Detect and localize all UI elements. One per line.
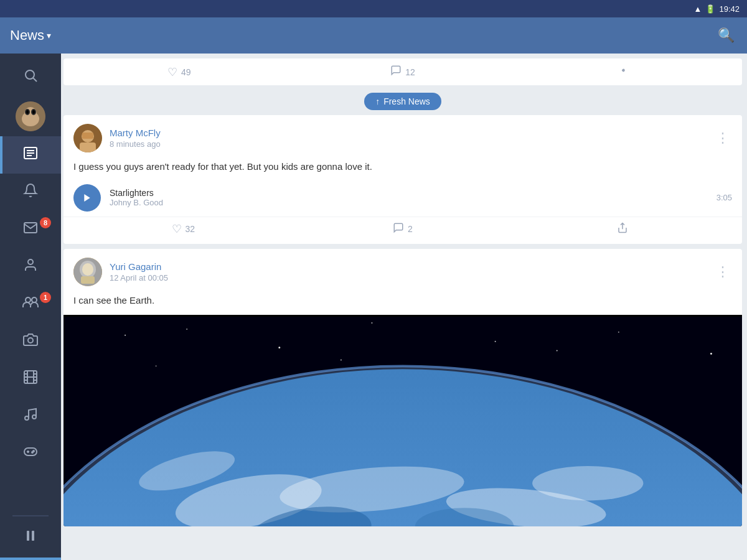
mail-icon [23,220,38,239]
fresh-news-wrapper: ↑ Fresh News [63,90,742,115]
svg-point-63 [532,466,643,500]
sidebar-item-photos[interactable] [0,323,61,360]
svg-point-50 [618,332,619,333]
svg-point-15 [32,297,37,302]
partial-like-action[interactable]: ♡ 49 [73,65,284,79]
search-icon [23,68,38,86]
partial-comments-count: 12 [405,67,415,77]
audio-info: Starlighters Johny B. Good [110,188,708,207]
svg-rect-29 [24,448,37,455]
marty-comments: 2 [408,224,413,234]
svg-point-52 [156,365,157,366]
marty-author[interactable]: Marty McFly [110,128,706,138]
svg-point-0 [26,70,34,79]
sidebar-item-search[interactable] [0,58,61,96]
content-area[interactable]: ♡ 49 12 ↑ [61,54,747,560]
pause-icon [23,528,38,547]
sidebar-item-music[interactable] [0,398,61,435]
svg-point-31 [32,452,33,453]
marty-comment-action[interactable]: 2 [293,222,513,236]
signal-icon: ▲ [694,4,702,14]
fresh-news-button[interactable]: ↑ Fresh News [364,93,441,110]
groups-badge: 1 [40,292,51,303]
status-bar: ▲ 🔋 19:42 [0,0,747,17]
sidebar-bottom [0,513,61,560]
svg-point-53 [341,359,342,360]
audio-artist: Johny B. Good [110,198,708,207]
post-header-gagarin: Yuri Gagarin 12 April at 00:05 ⋮ [63,249,742,292]
title-text: News [10,27,44,44]
share-icon [621,65,632,79]
partial-likes-count: 49 [181,67,191,77]
gamepad-icon [23,444,38,463]
post-card-gagarin: Yuri Gagarin 12 April at 00:05 ⋮ I can s… [63,249,742,527]
music-icon [23,407,38,426]
svg-point-51 [710,353,712,355]
sidebar-item-profile[interactable] [0,248,61,286]
fresh-news-label: Fresh News [383,96,430,106]
sidebar-item-groups[interactable]: 1 [0,286,61,323]
svg-rect-43 [81,276,95,284]
sidebar-item-news[interactable] [0,136,61,174]
audio-player: Starlighters Johny B. Good 3:05 [73,184,732,212]
svg-rect-37 [82,133,93,139]
play-button[interactable] [73,184,101,212]
gagarin-time: 12 April at 00:05 [110,273,706,282]
svg-point-8 [32,110,35,114]
gagarin-author[interactable]: Yuri Gagarin [110,261,706,272]
sidebar-item-pause[interactable] [0,519,61,556]
svg-point-14 [26,297,31,302]
app-bar: News ▾ 🔍 [0,17,747,54]
svg-point-26 [32,415,36,419]
svg-point-46 [186,329,187,330]
bottom-bar [0,558,61,560]
marty-like-action[interactable]: ♡ 32 [73,222,293,236]
title-dropdown[interactable]: ▾ [47,30,51,40]
fresh-news-arrow: ↑ [375,96,380,106]
marty-share-action[interactable] [512,222,732,236]
sidebar: 8 1 [0,54,61,560]
svg-rect-33 [32,531,34,541]
sidebar-divider [12,515,49,516]
marty-likes: 32 [186,224,195,234]
groups-icon [22,295,39,314]
svg-point-48 [371,322,372,324]
svg-point-42 [82,263,93,276]
svg-point-16 [28,338,33,343]
svg-point-47 [278,347,280,348]
sidebar-item-games[interactable] [0,435,61,472]
sidebar-item-notifications[interactable] [0,174,61,211]
post-card-marty: Marty McFly 8 minutes ago ⋮ I guess you … [63,115,742,244]
bell-icon [23,183,38,202]
svg-point-54 [557,350,558,352]
search-icon[interactable]: 🔍 [715,25,737,46]
marty-body: I guess you guys aren't ready for that y… [63,159,742,182]
time-display: 19:42 [719,4,740,14]
sidebar-item-video[interactable] [0,360,61,398]
svg-rect-32 [27,531,29,541]
partial-share-action[interactable] [521,65,732,79]
active-indicator [0,136,2,174]
comment-icon [390,65,402,79]
comment-icon [393,222,404,236]
gagarin-menu[interactable]: ⋮ [713,261,732,282]
marty-time: 8 minutes ago [110,139,706,149]
marty-avatar [73,124,102,152]
sidebar-item-messages[interactable]: 8 [0,211,61,248]
film-icon [23,370,38,388]
like-icon: ♡ [172,222,182,236]
gagarin-text: I can see the Earth. [73,295,154,306]
heart-icon: ♡ [167,65,177,79]
audio-title: Starlighters [110,188,708,198]
svg-point-7 [26,110,29,114]
partial-comment-action[interactable]: 12 [297,65,508,79]
marty-menu[interactable]: ⋮ [713,128,732,149]
svg-marker-38 [84,194,90,202]
gagarin-avatar [73,258,102,286]
sidebar-item-avatar[interactable] [0,96,61,136]
marty-meta: Marty McFly 8 minutes ago [110,128,706,149]
earth-image [63,315,742,526]
svg-point-45 [125,335,126,336]
svg-point-49 [495,341,496,342]
marty-actions: ♡ 32 2 [63,217,742,244]
